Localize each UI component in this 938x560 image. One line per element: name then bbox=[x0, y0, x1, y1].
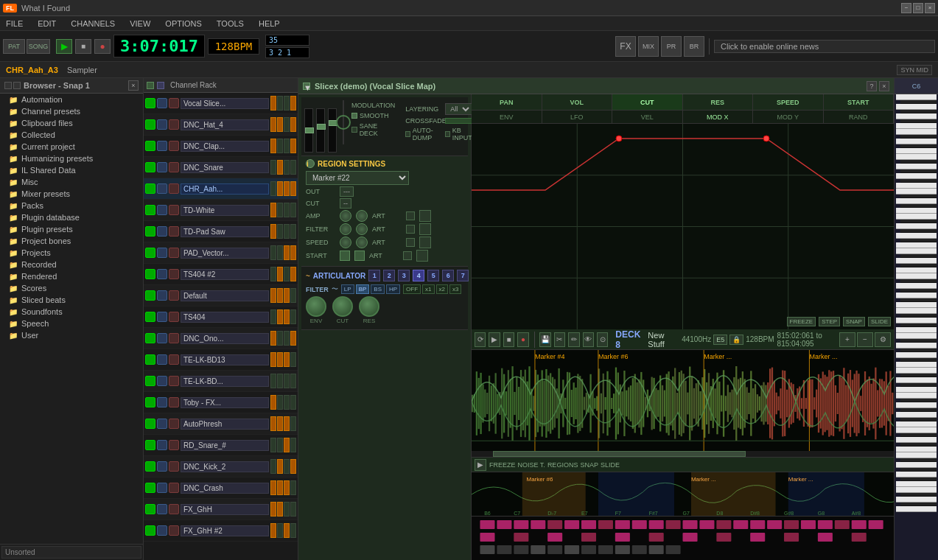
piano-white-key[interactable] bbox=[896, 248, 937, 254]
filter-off[interactable]: OFF bbox=[403, 284, 421, 294]
channel-solo-btn[interactable] bbox=[157, 312, 167, 322]
step-btn[interactable]: STEP bbox=[819, 317, 840, 326]
amp-extra[interactable] bbox=[419, 210, 431, 222]
browser-item[interactable]: 📁User bbox=[0, 329, 143, 341]
pattern-btn[interactable] bbox=[277, 395, 283, 410]
pattern-btn[interactable] bbox=[270, 438, 276, 452]
pattern-btn[interactable] bbox=[270, 224, 276, 239]
pattern-btn[interactable] bbox=[277, 288, 283, 303]
fader-2[interactable] bbox=[316, 108, 325, 153]
pattern-btn[interactable] bbox=[284, 181, 290, 196]
pattern-btn[interactable] bbox=[284, 96, 290, 111]
pattern-btn[interactable] bbox=[277, 331, 283, 346]
browser-item[interactable]: 📁Current project bbox=[0, 141, 143, 153]
pattern-btn[interactable] bbox=[277, 309, 283, 324]
pattern-btn[interactable] bbox=[270, 245, 276, 260]
piano-white-key[interactable] bbox=[896, 487, 937, 493]
start-extra[interactable] bbox=[416, 250, 428, 262]
pattern-btn[interactable] bbox=[290, 245, 296, 260]
browser-item[interactable]: 📁Project bones bbox=[0, 235, 143, 247]
channel-name-label[interactable]: TD-Pad Saw bbox=[181, 226, 269, 237]
pattern-btn[interactable] bbox=[270, 480, 276, 495]
channel-solo-btn[interactable] bbox=[157, 290, 167, 301]
pattern-btn[interactable] bbox=[270, 523, 276, 538]
channel-mute-btn[interactable] bbox=[169, 205, 179, 215]
channel-active-btn[interactable] bbox=[145, 248, 155, 258]
channel-active-btn[interactable] bbox=[145, 376, 155, 386]
piano-white-key[interactable] bbox=[896, 308, 937, 314]
lock-btn[interactable]: 🔒 bbox=[729, 335, 743, 345]
pattern-btn[interactable] bbox=[277, 459, 283, 474]
piano-white-key[interactable] bbox=[896, 173, 937, 179]
channel-solo-btn[interactable] bbox=[157, 440, 167, 450]
pattern-btn[interactable] bbox=[290, 523, 296, 538]
song-button[interactable]: SONG bbox=[27, 39, 50, 54]
piano-white-key[interactable] bbox=[896, 283, 937, 289]
piano-white-key[interactable] bbox=[896, 352, 937, 358]
pat-button[interactable]: PAT bbox=[3, 39, 25, 54]
filter-x2[interactable]: x2 bbox=[436, 284, 448, 294]
speed-extra[interactable] bbox=[419, 237, 431, 248]
piano-white-key[interactable] bbox=[896, 421, 937, 427]
browser-item[interactable]: 📁Mixer presets bbox=[0, 188, 143, 200]
piano-white-key[interactable] bbox=[896, 437, 937, 443]
channel-mute-btn[interactable] bbox=[169, 226, 179, 237]
piano-white-key[interactable] bbox=[896, 327, 937, 333]
amp-knob[interactable] bbox=[340, 210, 351, 222]
channel-mute-btn[interactable] bbox=[169, 504, 179, 514]
browser-item[interactable]: 📁Soundfonts bbox=[0, 306, 143, 318]
pattern-btn[interactable] bbox=[290, 203, 296, 217]
pattern-btn[interactable] bbox=[284, 395, 290, 410]
channel-active-btn[interactable] bbox=[145, 333, 155, 343]
param-pan[interactable]: PAN bbox=[472, 94, 542, 110]
piano-white-key[interactable] bbox=[896, 452, 937, 458]
browser-item[interactable]: 📁Plugin database bbox=[0, 211, 143, 223]
pattern-btn[interactable] bbox=[290, 395, 296, 410]
browser-item[interactable]: 📁Plugin presets bbox=[0, 223, 143, 235]
pattern-btn[interactable] bbox=[290, 438, 296, 452]
piano-white-key[interactable] bbox=[896, 343, 937, 349]
filter-x1[interactable]: x1 bbox=[422, 284, 434, 294]
start-knob2[interactable] bbox=[354, 251, 365, 261]
param-speed[interactable]: SPEED bbox=[753, 94, 824, 110]
menu-item-channels[interactable]: CHANNELS bbox=[68, 19, 118, 28]
fx-button[interactable]: FX bbox=[615, 36, 636, 57]
pattern-btn[interactable] bbox=[270, 352, 276, 367]
piano-white-key[interactable] bbox=[896, 302, 937, 308]
pattern-btn[interactable] bbox=[290, 374, 296, 388]
pattern-btn[interactable] bbox=[277, 480, 283, 495]
filter-check[interactable] bbox=[406, 225, 415, 234]
channel-mute-btn[interactable] bbox=[169, 183, 179, 194]
pattern-btn[interactable] bbox=[290, 224, 296, 239]
channel-mute-btn[interactable] bbox=[169, 290, 179, 301]
pattern-btn[interactable] bbox=[290, 160, 296, 175]
piano-white-key[interactable] bbox=[896, 183, 937, 189]
wf-play-btn[interactable]: ▶ bbox=[489, 332, 500, 347]
piano-white-key[interactable] bbox=[896, 258, 937, 264]
channel-solo-btn[interactable] bbox=[157, 226, 167, 237]
menu-item-file[interactable]: FILE bbox=[3, 19, 26, 28]
waveform-scrollbar[interactable] bbox=[472, 451, 894, 457]
filter-bs[interactable]: BS bbox=[371, 284, 385, 294]
art-number-6[interactable]: 6 bbox=[442, 270, 454, 281]
piano-white-key[interactable] bbox=[896, 293, 937, 298]
piano-white-key[interactable] bbox=[896, 362, 937, 368]
channel-mute-btn[interactable] bbox=[169, 119, 179, 130]
channel-solo-btn[interactable] bbox=[157, 483, 167, 493]
amp-knob2[interactable] bbox=[356, 210, 368, 222]
channel-active-btn[interactable] bbox=[145, 226, 155, 237]
pattern-btn[interactable] bbox=[270, 502, 276, 517]
pattern-btn[interactable] bbox=[284, 502, 290, 517]
wf-settings[interactable]: ⚙ bbox=[875, 332, 891, 347]
cut-knob-art[interactable] bbox=[332, 296, 353, 317]
pattern-btn[interactable] bbox=[277, 160, 283, 175]
channel-mute-btn[interactable] bbox=[169, 376, 179, 386]
piano-white-key[interactable] bbox=[896, 387, 937, 393]
pattern-btn[interactable] bbox=[270, 203, 276, 217]
channel-mute-btn[interactable] bbox=[169, 98, 179, 108]
pattern-btn[interactable] bbox=[284, 139, 290, 153]
maximize-button[interactable]: □ bbox=[913, 3, 923, 13]
layering-select[interactable]: All bbox=[445, 103, 472, 115]
pattern-btn[interactable] bbox=[270, 267, 276, 281]
pattern-btn[interactable] bbox=[290, 181, 296, 196]
